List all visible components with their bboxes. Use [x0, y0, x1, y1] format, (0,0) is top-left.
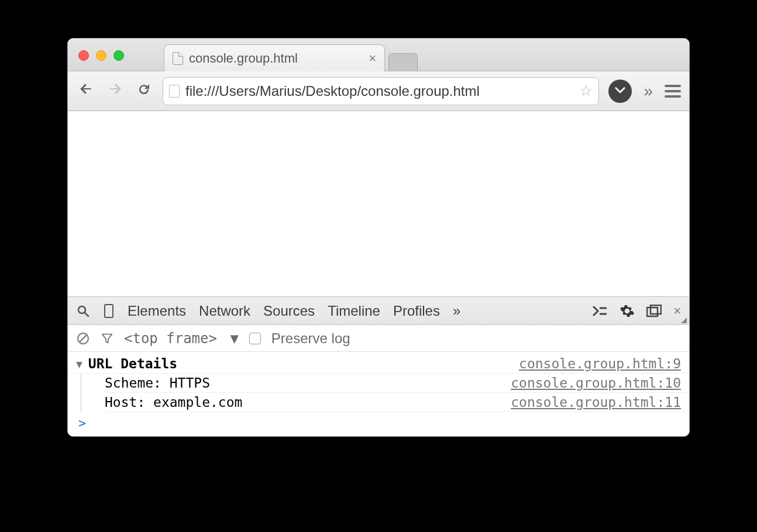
- preserve-log-label: Preserve log: [271, 330, 350, 347]
- log-text: Host: example.com: [105, 395, 242, 410]
- svg-rect-2: [105, 305, 113, 317]
- tab-strip: console.group.html ×: [68, 39, 689, 71]
- minimize-window-button[interactable]: [96, 50, 106, 61]
- bookmark-star-icon[interactable]: ☆: [579, 82, 593, 100]
- browser-tab[interactable]: console.group.html ×: [164, 44, 385, 71]
- tab-profiles[interactable]: Profiles: [393, 303, 440, 319]
- tabs-overflow[interactable]: »: [453, 303, 460, 319]
- prompt-caret: >: [78, 416, 86, 430]
- disclosure-down-icon[interactable]: ▼: [76, 358, 82, 370]
- svg-rect-5: [647, 308, 658, 316]
- clear-console-icon[interactable]: [76, 331, 90, 346]
- hamburger-menu-button[interactable]: [665, 85, 681, 98]
- reload-button[interactable]: [135, 82, 153, 101]
- console-log: ▼ URL Details console.group.html:9 Schem…: [68, 352, 689, 436]
- browser-window: console.group.html × file:///Users/Mariu…: [67, 38, 690, 437]
- close-window-button[interactable]: [78, 50, 89, 61]
- address-bar[interactable]: file:///Users/Marius/Desktop/console.gro…: [163, 77, 599, 105]
- devtools-panel: Elements Network Sources Timeline Profil…: [68, 296, 689, 436]
- browser-toolbar: file:///Users/Marius/Desktop/console.gro…: [68, 71, 689, 111]
- filter-icon[interactable]: [101, 332, 113, 345]
- group-label: URL Details: [88, 356, 177, 371]
- tab-network[interactable]: Network: [199, 303, 250, 319]
- tab-elements[interactable]: Elements: [128, 303, 186, 319]
- page-viewport: [68, 111, 689, 296]
- forward-button[interactable]: [105, 81, 125, 101]
- tab-sources[interactable]: Sources: [263, 303, 315, 319]
- maximize-window-button[interactable]: [113, 50, 124, 61]
- url-text: file:///Users/Marius/Desktop/console.gro…: [185, 83, 480, 99]
- console-group-header[interactable]: ▼ URL Details console.group.html:9: [68, 354, 689, 374]
- pocket-button[interactable]: [608, 80, 632, 103]
- svg-rect-6: [651, 305, 661, 314]
- tab-timeline[interactable]: Timeline: [328, 303, 380, 319]
- console-line: Scheme: HTTPS console.group.html:10: [105, 374, 689, 393]
- close-devtools-button[interactable]: ×: [673, 303, 681, 319]
- console-toolbar: <top frame> ▼ Preserve log: [68, 325, 689, 352]
- search-icon[interactable]: [76, 304, 90, 318]
- svg-line-8: [80, 335, 87, 342]
- console-line: Host: example.com console.group.html:11: [105, 393, 689, 412]
- new-tab-button[interactable]: [388, 53, 418, 71]
- source-link[interactable]: console.group.html:9: [519, 356, 681, 371]
- console-prompt[interactable]: >: [68, 412, 689, 434]
- file-icon: [173, 52, 183, 65]
- devtools-tabbar: Elements Network Sources Timeline Profil…: [68, 297, 689, 325]
- frame-selector[interactable]: <top frame> ▼: [124, 330, 239, 347]
- dock-side-icon[interactable]: [646, 305, 662, 317]
- log-text: Scheme: HTTPS: [105, 375, 210, 391]
- tab-title: console.group.html: [189, 51, 298, 66]
- console-group-body: Scheme: HTTPS console.group.html:10 Host…: [81, 374, 689, 412]
- source-link[interactable]: console.group.html:10: [511, 375, 681, 391]
- device-mode-icon[interactable]: [103, 303, 115, 319]
- overflow-chevron[interactable]: »: [641, 82, 655, 101]
- page-icon: [169, 85, 180, 98]
- source-link[interactable]: console.group.html:11: [511, 395, 681, 410]
- chevron-down-icon: ▼: [230, 330, 238, 347]
- resize-corner-icon[interactable]: [681, 317, 687, 323]
- close-tab-button[interactable]: ×: [369, 51, 376, 66]
- show-console-icon[interactable]: [593, 305, 608, 317]
- back-button[interactable]: [76, 81, 96, 101]
- settings-gear-icon[interactable]: [620, 303, 635, 319]
- preserve-log-checkbox[interactable]: [249, 333, 261, 344]
- svg-line-1: [85, 313, 88, 316]
- window-controls: [78, 50, 124, 61]
- frame-selector-label: <top frame>: [124, 330, 217, 347]
